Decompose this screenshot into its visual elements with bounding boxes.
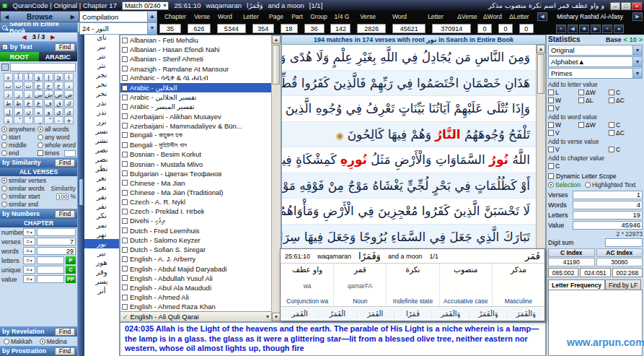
root-item[interactable]: نقر <box>84 201 119 211</box>
keyboard-key[interactable]: غ <box>34 99 43 107</box>
translation-checkbox[interactable] <box>122 275 128 281</box>
value-checkbox[interactable] <box>609 90 614 95</box>
position-option[interactable]: start <box>1 134 38 141</box>
scroll-up-icon[interactable]: ▲ <box>272 35 281 44</box>
operator-select[interactable]: =▾ <box>23 228 35 236</box>
keyboard-key[interactable]: ً <box>14 116 23 124</box>
translation-checkbox[interactable] <box>122 180 128 186</box>
verse-line[interactable]: وَمِنَ النَّاسِ مَن يُجَادِلُ فِي اللَّه… <box>282 45 536 71</box>
times-value[interactable] <box>64 150 76 157</box>
times-checkbox[interactable] <box>38 150 43 156</box>
translation-checkbox[interactable] <box>122 104 128 110</box>
arabic-toggle[interactable]: ARABIC <box>39 52 78 61</box>
value-checkbox[interactable] <box>578 90 584 95</box>
numbers-value[interactable] <box>37 256 64 264</box>
verse-line[interactable]: تَلْفَحُ وُجُوهَهُمُ النَّارُ وَهُمْ فِي… <box>282 122 536 148</box>
verse-line[interactable]: اللَّهُ نُورُ السَّمَاوَاتِ وَالْأَرْضِ … <box>282 147 536 173</box>
verse-ref-button[interactable]: 002:268 <box>612 268 643 277</box>
keyboard-key[interactable]: + <box>64 116 74 124</box>
word-form[interactable]: وَالْقَمَرَ <box>507 310 544 318</box>
position-option[interactable]: anywhere <box>1 126 38 133</box>
stop-icon[interactable]: ■ <box>579 25 589 33</box>
keyboard-key[interactable]: ٌ <box>24 116 33 124</box>
selected-translation-combo[interactable]: ✓ English - Ali Quli Qarai ▾ <box>120 311 271 321</box>
translation-item[interactable]: Divehi - ދިވެހި <box>120 217 271 226</box>
verse-line[interactable]: لَا تَحْسَبَنَّ الَّذِينَ كَفَرُوا مُعْج… <box>282 199 536 225</box>
keyboard-key[interactable]: ف <box>44 99 53 107</box>
numbers-value[interactable] <box>37 275 64 283</box>
keyboard-key[interactable]: ث <box>24 82 33 90</box>
scrollbar-thumb[interactable] <box>79 178 84 206</box>
word-form[interactable]: الْقَمَرَ <box>356 310 394 318</box>
word-form[interactable]: قَمَرًا <box>394 310 431 318</box>
value-checkbox[interactable] <box>609 147 614 152</box>
word-form[interactable]: وَالْقَمَرِ <box>431 310 469 318</box>
translation-item[interactable]: Albanian - Sherif Ahmeti <box>120 54 271 64</box>
chapter-selector[interactable]: 24 - النور ▾ <box>79 22 157 35</box>
scrollbar-thumb[interactable] <box>273 45 280 84</box>
find-by-revelation-button[interactable]: Find <box>55 328 75 336</box>
keyboard-key[interactable]: ء <box>4 73 13 81</box>
next-result-icon[interactable]: ▶ <box>50 34 55 40</box>
root-item[interactable]: نكر <box>84 211 119 220</box>
verse-line[interactable]: وَإِذَا تُتْلَى عَلَيْهِمْ آيَاتُنَا بَي… <box>282 96 536 122</box>
numbers-value[interactable] <box>37 228 76 236</box>
keyboard-key[interactable]: ب <box>4 82 13 90</box>
word-option[interactable]: whole word <box>38 142 76 149</box>
browse-forward-icon[interactable]: ▶ <box>71 14 75 20</box>
translation-item[interactable]: Dutch - Salomo Keyzer <box>120 235 271 245</box>
prev-result-icon[interactable]: ◀ <box>22 34 27 40</box>
tab-find-by-lf[interactable]: Find by LF <box>605 279 641 290</box>
translation-item[interactable]: Arabic - تفسير الميسر <box>120 102 271 111</box>
play-icon[interactable]: ▶ <box>591 25 601 33</box>
translation-checkbox[interactable] <box>122 238 128 243</box>
keyboard-key[interactable]: ّ <box>44 116 53 124</box>
root-item[interactable]: نبر <box>84 42 119 51</box>
translation-item[interactable]: Bulgarian - Цветан Теофанов <box>120 169 271 178</box>
keyboard-key[interactable]: ز <box>24 90 33 98</box>
translation-checkbox[interactable] <box>122 85 128 91</box>
translation-checkbox[interactable] <box>122 75 128 81</box>
root-item[interactable]: نظر <box>84 164 119 173</box>
stats-select[interactable]: Alphabet▲▾ <box>548 56 643 67</box>
word-form[interactable]: وَالْقَمَرُ <box>469 310 506 318</box>
operator-select[interactable]: =▾ <box>23 238 35 246</box>
translation-item[interactable]: English - Abdullah Yusuf Ali <box>120 274 271 283</box>
value-checkbox[interactable] <box>548 130 554 136</box>
scroll-up-icon[interactable]: ▲ <box>537 45 545 53</box>
search-input[interactable] <box>10 63 76 71</box>
keyboard-key[interactable]: إ <box>44 73 53 81</box>
translation-item[interactable]: Czech - A. R. Nykl <box>120 197 271 207</box>
tab-letter-frequency[interactable]: Letter Frequency <box>548 279 605 290</box>
keyboard-key[interactable]: ذ <box>4 90 13 98</box>
repeat-icon[interactable]: ● <box>614 25 624 33</box>
operator-select[interactable]: =▾ <box>23 275 35 283</box>
keyboard-key[interactable]: ج <box>34 82 43 90</box>
browse-back-icon[interactable]: ◀ <box>4 14 9 20</box>
root-toggle[interactable]: ROOT <box>0 52 39 61</box>
root-item[interactable]: نثر <box>84 61 119 70</box>
value-checkbox[interactable] <box>609 97 614 103</box>
translation-checkbox[interactable] <box>122 95 128 100</box>
value-checkbox[interactable] <box>548 147 554 152</box>
translation-checkbox[interactable] <box>122 47 128 53</box>
keyboard-key[interactable]: ظ <box>14 99 23 107</box>
roots-scrollbar[interactable] <box>78 32 84 356</box>
value-checkbox[interactable] <box>548 163 554 169</box>
root-item[interactable]: نخر <box>84 89 119 98</box>
translation-item[interactable]: Dutch - Fred Leemhuis <box>120 226 271 235</box>
keyboard-key[interactable]: ؤ <box>34 73 43 81</box>
verse-ref-button[interactable]: 085:002 <box>548 268 578 277</box>
numbers-value[interactable]: 29 <box>37 247 76 255</box>
dynamic-scope-checkbox[interactable] <box>548 173 554 179</box>
root-item[interactable]: نير <box>84 248 119 258</box>
root-item[interactable]: يسر <box>84 277 119 286</box>
translation-item[interactable]: Arabic - تفسير الجلالين <box>120 92 271 102</box>
keyboard-key[interactable]: م <box>14 108 23 116</box>
next-icon[interactable]: » <box>602 25 612 33</box>
stats-select[interactable]: Primes▾ <box>548 68 643 79</box>
scope-option[interactable]: Highlighted Text <box>585 181 635 188</box>
root-item[interactable]: نزر <box>84 117 119 126</box>
value-checkbox[interactable] <box>548 90 554 95</box>
find-by-text-button[interactable]: Find <box>55 43 75 51</box>
